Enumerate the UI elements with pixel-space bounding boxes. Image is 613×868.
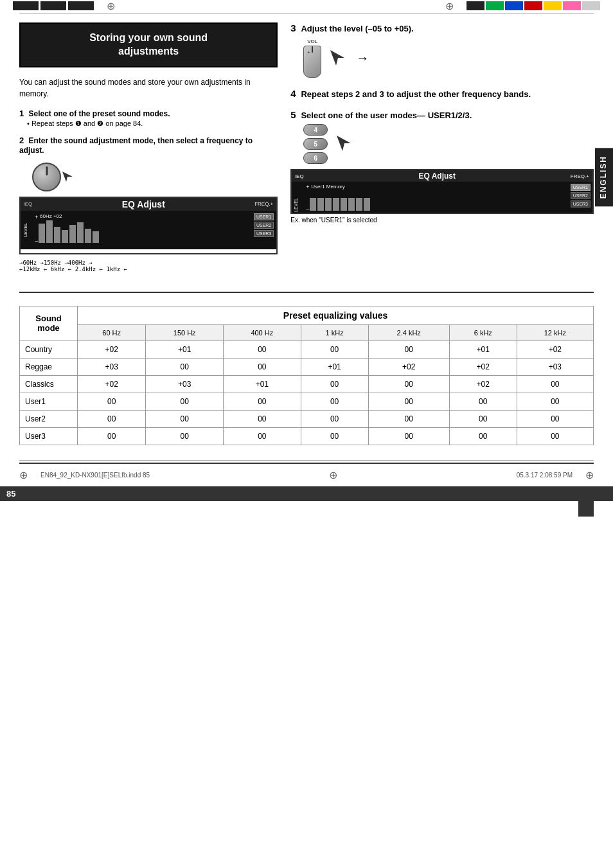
step-5-num: 5 bbox=[290, 109, 299, 120]
section-title-box: Storing your own sound adjustments bbox=[19, 22, 278, 67]
main-divider bbox=[19, 292, 594, 293]
date-time: 05.3.17 2:08:59 PM bbox=[517, 472, 573, 479]
eq-value-cell: 00 bbox=[449, 427, 517, 445]
eq-value-cell: 00 bbox=[146, 358, 224, 375]
eq2-title: EQ Adjust bbox=[418, 172, 456, 181]
dial-knob bbox=[32, 163, 61, 191]
eq-title-diagram: EQ Adjust bbox=[122, 199, 165, 209]
eq-value-cell: +02 bbox=[78, 341, 146, 358]
eq2-freq-label: FREQ.+ bbox=[571, 173, 589, 179]
column-headers-row: 60 Hz150 Hz400 Hz1 kHz2.4 kHz6 kHz12 kHz bbox=[20, 324, 594, 341]
eq-level-label: LEVEL bbox=[23, 213, 28, 247]
registration-mark-bottom-center: ⊕ bbox=[329, 469, 337, 481]
step-2-text: Enter the sound adjustment mode, then se… bbox=[19, 136, 253, 155]
eq-value-cell: 00 bbox=[301, 375, 368, 393]
vol-plus-sign: + bbox=[307, 49, 310, 55]
eq-value-cell: 00 bbox=[368, 410, 449, 427]
registration-mark-top-right: ⊕ bbox=[445, 0, 454, 12]
col-header: 2.4 kHz bbox=[368, 324, 449, 341]
eq-value-cell: 00 bbox=[301, 427, 368, 445]
eq-caption: Ex. when "USER1" is selected bbox=[290, 217, 594, 224]
vol-label: VOL bbox=[307, 39, 317, 44]
title-line2: adjustments bbox=[118, 46, 179, 57]
step-1-subtext: • Repeat steps ❶ and ❷ on page 84. bbox=[27, 120, 278, 128]
cursor-arrow-icon bbox=[61, 170, 74, 183]
eq-freq-label: FREQ.+ bbox=[254, 201, 273, 207]
col-header: 60 Hz bbox=[78, 324, 146, 341]
eq2-minus: – bbox=[306, 206, 309, 212]
eq-value-cell: 00 bbox=[78, 410, 146, 427]
page-number-area bbox=[0, 501, 613, 520]
eq-display-text: 60Hz +02 bbox=[40, 213, 62, 219]
eq2-user-label-2: USER2 bbox=[571, 192, 591, 199]
eq-ieq-label: iEQ bbox=[24, 201, 32, 207]
eq-value-cell: 00 bbox=[517, 375, 593, 393]
sound-mode-cell: Classics bbox=[20, 375, 78, 393]
button-6[interactable]: 6 bbox=[303, 152, 328, 164]
table-row: User300000000000000 bbox=[20, 427, 594, 445]
col-header: 150 Hz bbox=[146, 324, 224, 341]
language-tab: ENGLISH bbox=[595, 148, 613, 206]
eq-value-cell: 00 bbox=[301, 410, 368, 427]
black-block-1 bbox=[13, 1, 39, 10]
eq2-bars bbox=[310, 198, 557, 211]
button-4[interactable]: 4 bbox=[303, 124, 328, 136]
sound-mode-cell: Reggae bbox=[20, 358, 78, 375]
eq-value-cell: 00 bbox=[301, 393, 368, 410]
eq-value-cell: +02 bbox=[368, 358, 449, 375]
eq-value-cell: 00 bbox=[517, 427, 593, 445]
color-block-blue bbox=[505, 1, 523, 10]
main-content: Storing your own sound adjustments You c… bbox=[0, 16, 613, 279]
eq-value-cell: 00 bbox=[224, 358, 301, 375]
eq-value-cell: +02 bbox=[449, 358, 517, 375]
step-5-text: Select one of the user modes— USER1/2/3. bbox=[301, 111, 472, 120]
eq-bars-visual bbox=[39, 220, 238, 243]
sound-mode-cell: Country bbox=[20, 341, 78, 358]
vol-knob-indicator bbox=[312, 46, 313, 53]
eq2-header: iEQ EQ Adjust FREQ.+ bbox=[292, 170, 592, 182]
eq-value-cell: 00 bbox=[449, 393, 517, 410]
eq-value-cell: +01 bbox=[224, 375, 301, 393]
registration-mark-bottom-left: ⊕ bbox=[19, 469, 28, 481]
eq-value-cell: 00 bbox=[368, 427, 449, 445]
eq2-user-label-1: USER1 bbox=[571, 184, 591, 191]
eq-value-cell: 00 bbox=[146, 393, 224, 410]
eq-value-cell: +03 bbox=[146, 375, 224, 393]
eq-diagram-step2: iEQ EQ Adjust FREQ.+ LEVEL 60Hz +02 bbox=[19, 197, 278, 254]
color-block-gray bbox=[582, 1, 600, 10]
preset-eq-table: Sound mode Preset equalizing values 60 H… bbox=[19, 306, 594, 445]
button-column: 4 5 6 bbox=[303, 124, 328, 164]
color-block-red bbox=[524, 1, 542, 10]
vol-knob-container: VOL + bbox=[303, 39, 321, 78]
eq-value-cell: 00 bbox=[517, 393, 593, 410]
eq-value-cell: +01 bbox=[146, 341, 224, 358]
eq-value-cell: 00 bbox=[368, 375, 449, 393]
registration-mark-top-left: ⊕ bbox=[107, 0, 115, 12]
color-block-yellow bbox=[544, 1, 562, 10]
user-label-3: USER3 bbox=[254, 230, 274, 237]
step-1-text: Select one of the preset sound modes. bbox=[28, 109, 170, 118]
sound-mode-cell: User1 bbox=[20, 393, 78, 410]
eq-user-labels: USER1 USER2 USER3 bbox=[254, 213, 274, 237]
color-block-pink bbox=[563, 1, 581, 10]
title-line1: Storing your own sound bbox=[89, 32, 208, 43]
registration-mark-bottom-right: ⊕ bbox=[585, 469, 594, 481]
table-row: User200000000000000 bbox=[20, 410, 594, 427]
sound-mode-cell: User2 bbox=[20, 410, 78, 427]
eq2-body: User1 Memory LEVEL bbox=[292, 182, 592, 214]
table-row: Country+02+01000000+01+02 bbox=[20, 341, 594, 358]
color-block-black bbox=[466, 1, 484, 10]
cursor-vol-icon bbox=[328, 49, 347, 68]
intro-text: You can adjust the sound modes and store… bbox=[19, 76, 278, 100]
freq-arrow-line1: →60Hz →150Hz →400Hz → bbox=[19, 260, 278, 266]
top-color-bar: ⊕ ⊕ bbox=[0, 0, 613, 12]
table-body: Country+02+01000000+01+02Reggae+030000+0… bbox=[20, 341, 594, 445]
freq-arrow-line2: ←12kHz ← 6kHz ← 2.4kHz ← 1kHz ← bbox=[19, 266, 278, 272]
user-label-2: USER2 bbox=[254, 222, 274, 229]
eq-value-cell: 00 bbox=[449, 410, 517, 427]
right-column: 3 Adjust the level (–05 to +05). VOL + bbox=[290, 22, 594, 272]
eq-plus-indicator: + bbox=[35, 214, 38, 220]
step-1: 1 Select one of the preset sound modes. … bbox=[19, 109, 278, 128]
button-5[interactable]: 5 bbox=[303, 138, 328, 150]
table-row: Reggae+030000+01+02+02+03 bbox=[20, 358, 594, 375]
